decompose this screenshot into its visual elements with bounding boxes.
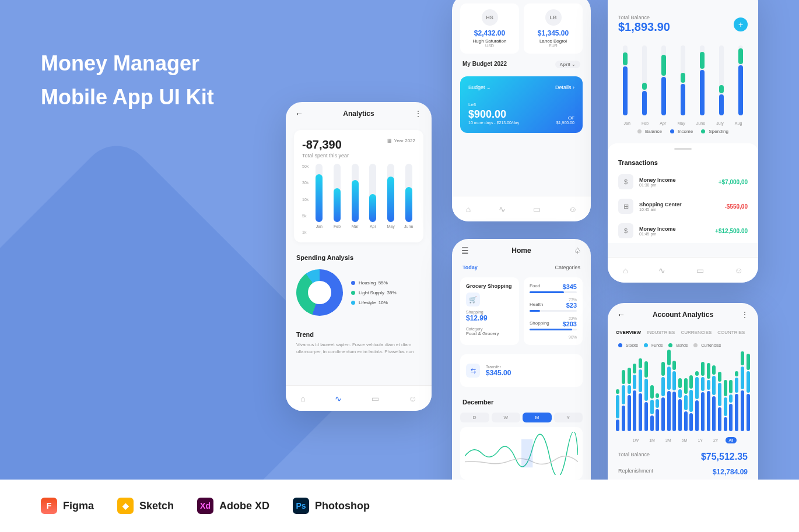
account-title: Account Analytics <box>653 311 713 319</box>
budget-card[interactable]: Budget ⌄ Details › Left $900.00 OF 10 mo… <box>460 76 583 133</box>
trend-text: Vivamus id laoreet sapien. Fusce vehicul… <box>286 341 432 355</box>
transactions-title: Transactions <box>608 152 758 170</box>
cart-icon: 🛒 <box>466 293 480 306</box>
time-tab[interactable]: 1Y <box>694 437 706 443</box>
nav-home-icon[interactable]: ⌂ <box>623 266 628 275</box>
nav-profile-icon[interactable]: ☺ <box>408 394 416 403</box>
spending-analysis-title: Spending Analysis <box>286 247 432 265</box>
time-tab[interactable]: 1W <box>629 437 643 443</box>
nav-analytics-icon[interactable]: ∿ <box>499 205 506 214</box>
today-tab[interactable]: Today <box>462 262 478 273</box>
transfer-card[interactable]: ⇆ Transfer $345.00 <box>460 354 583 387</box>
period-tab[interactable]: Y <box>554 413 583 422</box>
figma-badge: FFigma <box>41 498 94 514</box>
time-tab[interactable]: 6M <box>678 437 691 443</box>
line-chart <box>460 427 583 480</box>
contact-card[interactable]: HS$2,432.00Hugh SaturationUSD <box>460 3 519 54</box>
more-icon[interactable]: ⋮ <box>741 310 749 319</box>
budget-header: My Budget 2022 <box>462 61 507 68</box>
nav-card-icon[interactable]: ▭ <box>696 266 704 275</box>
analytics-screen: ← Analytics ⋮ -87,390 Total spent this y… <box>286 102 432 411</box>
svg-rect-0 <box>521 439 532 468</box>
sketch-badge: ◆Sketch <box>117 498 174 514</box>
detail-screen: ← Detail Total Balance $1,893.90 + JanFe… <box>608 0 758 283</box>
nav-analytics-icon[interactable]: ∿ <box>335 394 342 403</box>
nav-card-icon[interactable]: ▭ <box>372 394 379 403</box>
add-button[interactable]: + <box>734 17 748 31</box>
period-tab[interactable]: M <box>523 413 552 422</box>
contact-card[interactable]: LB$1,345.00Lance BogrolEUR <box>524 3 583 54</box>
nav-profile-icon[interactable]: ☺ <box>734 266 742 275</box>
december-title: December <box>452 392 591 409</box>
transfer-icon: ⇆ <box>466 364 480 378</box>
detail-title: Detail <box>678 0 697 1</box>
account-tab[interactable]: INDUSTRIES <box>647 326 675 339</box>
month-selector[interactable]: April ⌄ <box>555 61 580 68</box>
account-total: $75,512.35 <box>701 452 748 462</box>
donut-chart <box>296 269 343 316</box>
bar <box>405 164 412 222</box>
account-tab[interactable]: COUNTRIES <box>717 326 745 339</box>
nav-home-icon[interactable]: ⌂ <box>300 394 305 403</box>
back-icon[interactable]: ← <box>617 310 625 319</box>
time-tab[interactable]: 3M <box>662 437 675 443</box>
nav-card-icon[interactable]: ▭ <box>533 205 541 214</box>
total-spent: -87,390 <box>302 138 349 152</box>
transaction-row[interactable]: $Money Income01:45 pm+$12,500.00 <box>608 219 758 243</box>
bar <box>334 164 341 222</box>
nav-profile-icon[interactable]: ☺ <box>569 205 577 214</box>
period-tab[interactable]: W <box>492 413 521 422</box>
trend-title: Trend <box>286 324 432 341</box>
bar <box>369 164 376 222</box>
bar <box>387 164 394 222</box>
categories-tab[interactable]: Categories <box>555 262 580 273</box>
bar <box>316 164 323 222</box>
bar <box>352 164 359 222</box>
budget-dropdown[interactable]: Budget ⌄ <box>468 84 491 90</box>
main-title: Money ManagerMobile App UI Kit <box>41 47 214 114</box>
time-tab[interactable]: 1M <box>646 437 658 443</box>
account-tab[interactable]: CURRENCIES <box>681 326 712 339</box>
budget-left-amount: $900.00 <box>468 108 506 121</box>
total-spent-label: Total spent this year <box>302 153 349 158</box>
analytics-title: Analytics <box>343 110 374 118</box>
budget-screen: HS$2,432.00Hugh SaturationUSDLB$1,345.00… <box>452 0 591 221</box>
grocery-card[interactable]: Grocery Shopping 🛒 Shopping $12.99 Categ… <box>460 277 519 345</box>
nav-home-icon[interactable]: ⌂ <box>466 205 471 214</box>
total-balance: $1,893.90 <box>618 20 670 34</box>
back-icon[interactable]: ← <box>617 0 625 2</box>
xd-badge: XdAdobe XD <box>197 498 269 514</box>
time-tab[interactable]: All <box>726 437 737 443</box>
nav-analytics-icon[interactable]: ∿ <box>658 266 665 275</box>
account-tab[interactable]: OVERVIEW <box>616 326 641 339</box>
replenishment: $12,784.09 <box>713 468 748 476</box>
footer: FFigma ◆Sketch XdAdobe XD PsPhotoshop <box>0 480 799 532</box>
bell-icon[interactable]: ♤ <box>574 246 581 255</box>
transaction-row[interactable]: ⊞Shopping Center10:45 am-$550,00 <box>608 194 758 219</box>
budget-details[interactable]: Details › <box>555 84 574 90</box>
transaction-row[interactable]: $Money Income01:30 pm+$7,000,00 <box>608 170 758 194</box>
time-tab[interactable]: 2Y <box>710 437 722 443</box>
menu-icon[interactable]: ☰ <box>461 246 469 255</box>
ps-badge: PsPhotoshop <box>293 498 370 514</box>
back-icon[interactable]: ← <box>295 109 303 118</box>
year-selector[interactable]: ▦ Year 2022 <box>387 138 415 143</box>
more-icon[interactable]: ⋮ <box>414 109 422 118</box>
home-title: Home <box>511 246 531 255</box>
period-tab[interactable]: D <box>460 413 489 422</box>
